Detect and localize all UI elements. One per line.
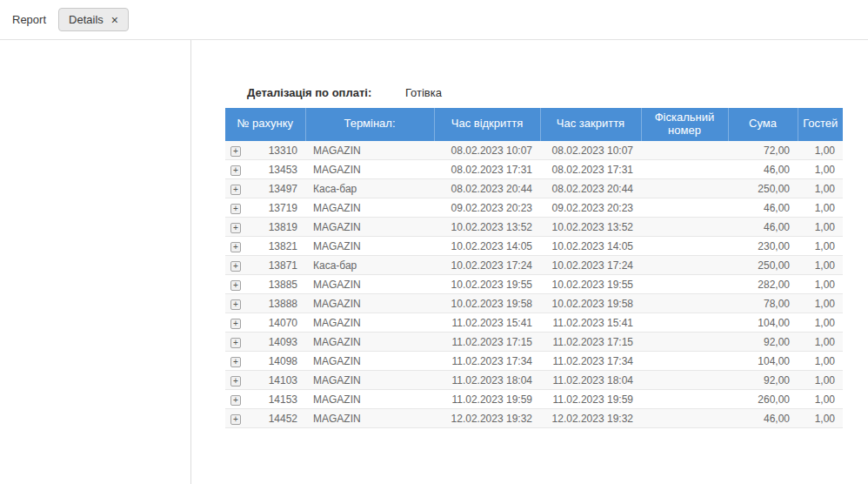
expand-row-icon[interactable]: + — [230, 185, 241, 195]
table-row[interactable]: +13821MAGAZIN10.02.2023 14:0510.02.2023 … — [225, 237, 843, 256]
tab-bar: Report Details × — [0, 0, 868, 39]
sum-cell: 282,00 — [728, 275, 798, 294]
close-time-cell: 10.02.2023 17:24 — [540, 256, 641, 275]
table-row[interactable]: +14452MAGAZIN12.02.2023 19:3212.02.2023 … — [225, 409, 843, 428]
expand-cell: + — [225, 352, 246, 371]
terminal-cell: MAGAZIN — [305, 390, 434, 409]
expand-cell: + — [225, 141, 246, 160]
terminal-cell: MAGAZIN — [305, 352, 434, 371]
open-time-cell: 10.02.2023 13:52 — [434, 218, 540, 237]
table-row[interactable]: +13885MAGAZIN10.02.2023 19:5510.02.2023 … — [225, 275, 843, 294]
expand-row-icon[interactable]: + — [230, 376, 241, 387]
guests-cell: 1,00 — [798, 275, 843, 294]
fiscal-number-cell — [641, 237, 728, 256]
expand-row-icon[interactable]: + — [230, 165, 241, 176]
sum-cell: 46,00 — [728, 409, 798, 428]
account-number-cell: 14070 — [246, 313, 305, 333]
expand-row-icon[interactable]: + — [230, 357, 241, 367]
column-header-2[interactable]: Час відкриття — [434, 108, 540, 141]
report-title: Деталізація по оплаті: Готівка — [247, 86, 868, 99]
sum-cell: 104,00 — [728, 313, 798, 333]
terminal-cell: MAGAZIN — [305, 160, 434, 179]
expand-cell: + — [225, 409, 246, 428]
tab-report[interactable]: Report — [10, 8, 48, 31]
terminal-cell: MAGAZIN — [305, 198, 434, 218]
open-time-cell: 09.02.2023 20:23 — [434, 198, 540, 218]
table-row[interactable]: +13497Каса-бар08.02.2023 20:4408.02.2023… — [225, 179, 843, 198]
expand-cell: + — [225, 198, 246, 218]
guests-cell: 1,00 — [798, 390, 843, 409]
table-row[interactable]: +13871Каса-бар10.02.2023 17:2410.02.2023… — [225, 256, 843, 275]
expand-cell: + — [225, 390, 246, 409]
expand-row-icon[interactable]: + — [230, 242, 241, 252]
table-row[interactable]: +14153MAGAZIN11.02.2023 19:5911.02.2023 … — [225, 390, 843, 409]
expand-row-icon[interactable]: + — [230, 146, 241, 157]
table-row[interactable]: +13719MAGAZIN09.02.2023 20:2309.02.2023 … — [225, 198, 843, 218]
close-time-cell: 11.02.2023 19:59 — [540, 390, 641, 409]
sum-cell: 92,00 — [728, 333, 798, 352]
account-number-cell: 13497 — [246, 179, 305, 198]
expand-row-icon[interactable]: + — [230, 299, 241, 310]
column-header-5[interactable]: Сума — [728, 108, 798, 141]
open-time-cell: 11.02.2023 15:41 — [434, 313, 540, 333]
account-number-cell: 13819 — [246, 218, 305, 237]
expand-cell: + — [225, 218, 246, 237]
account-number-cell: 13453 — [246, 160, 305, 179]
expand-row-icon[interactable]: + — [230, 261, 241, 272]
column-header-6[interactable]: Гостей — [798, 108, 843, 141]
account-number-cell: 14103 — [246, 371, 305, 390]
table-row[interactable]: +13453MAGAZIN08.02.2023 17:3108.02.2023 … — [225, 160, 843, 179]
close-time-cell: 10.02.2023 19:58 — [540, 294, 641, 313]
close-time-cell: 09.02.2023 20:23 — [540, 198, 641, 218]
expand-cell: + — [225, 313, 246, 333]
column-header-1[interactable]: Термінал: — [305, 108, 434, 141]
fiscal-number-cell — [641, 256, 728, 275]
sum-cell: 78,00 — [728, 294, 798, 313]
close-time-cell: 10.02.2023 13:52 — [540, 218, 641, 237]
table-row[interactable]: +13888MAGAZIN10.02.2023 19:5810.02.2023 … — [225, 294, 843, 313]
expand-row-icon[interactable]: + — [230, 338, 241, 348]
sum-cell: 92,00 — [728, 371, 798, 390]
table-row[interactable]: +14093MAGAZIN11.02.2023 17:1511.02.2023 … — [225, 333, 843, 352]
expand-cell: + — [225, 179, 246, 198]
expand-row-icon[interactable]: + — [230, 319, 241, 329]
open-time-cell: 08.02.2023 20:44 — [434, 179, 540, 198]
guests-cell: 1,00 — [798, 294, 843, 313]
table-row[interactable]: +14103MAGAZIN11.02.2023 18:0411.02.2023 … — [225, 371, 843, 390]
expand-cell: + — [225, 237, 246, 256]
expand-row-icon[interactable]: + — [230, 204, 241, 214]
column-header-3[interactable]: Час закриття — [540, 108, 641, 141]
account-number-cell: 14452 — [246, 409, 305, 428]
column-header-0[interactable]: № рахунку — [225, 108, 305, 141]
table-row[interactable]: +13819MAGAZIN10.02.2023 13:5210.02.2023 … — [225, 218, 843, 237]
tab-details[interactable]: Details × — [58, 8, 129, 31]
fiscal-number-cell — [641, 409, 728, 428]
terminal-cell: MAGAZIN — [305, 313, 434, 333]
expand-row-icon[interactable]: + — [230, 223, 241, 233]
sidebar-panel — [0, 40, 191, 484]
terminal-cell: MAGAZIN — [305, 333, 434, 352]
close-time-cell: 08.02.2023 20:44 — [540, 179, 641, 198]
close-icon[interactable]: × — [111, 14, 118, 26]
table-row[interactable]: +14098MAGAZIN11.02.2023 17:3411.02.2023 … — [225, 352, 843, 371]
guests-cell: 1,00 — [798, 371, 843, 390]
expand-row-icon[interactable]: + — [230, 414, 241, 425]
table-row[interactable]: +14070MAGAZIN11.02.2023 15:4111.02.2023 … — [225, 313, 843, 333]
terminal-cell: MAGAZIN — [305, 218, 434, 237]
open-time-cell: 11.02.2023 17:34 — [434, 352, 540, 371]
open-time-cell: 12.02.2023 19:32 — [434, 409, 540, 428]
close-time-cell: 08.02.2023 10:07 — [540, 141, 641, 160]
expand-row-icon[interactable]: + — [230, 280, 241, 291]
terminal-cell: Каса-бар — [305, 179, 434, 198]
table-row[interactable]: +13310MAGAZIN08.02.2023 10:0708.02.2023 … — [225, 141, 843, 160]
guests-cell: 1,00 — [798, 256, 843, 275]
fiscal-number-cell — [641, 313, 728, 333]
close-time-cell: 10.02.2023 19:55 — [540, 275, 641, 294]
close-time-cell: 08.02.2023 17:31 — [540, 160, 641, 179]
fiscal-number-cell — [641, 141, 728, 160]
open-time-cell: 11.02.2023 18:04 — [434, 371, 540, 390]
sum-cell: 72,00 — [728, 141, 798, 160]
fiscal-number-cell — [641, 275, 728, 294]
column-header-4[interactable]: Фіскальний номер — [641, 108, 728, 141]
expand-row-icon[interactable]: + — [230, 395, 241, 406]
